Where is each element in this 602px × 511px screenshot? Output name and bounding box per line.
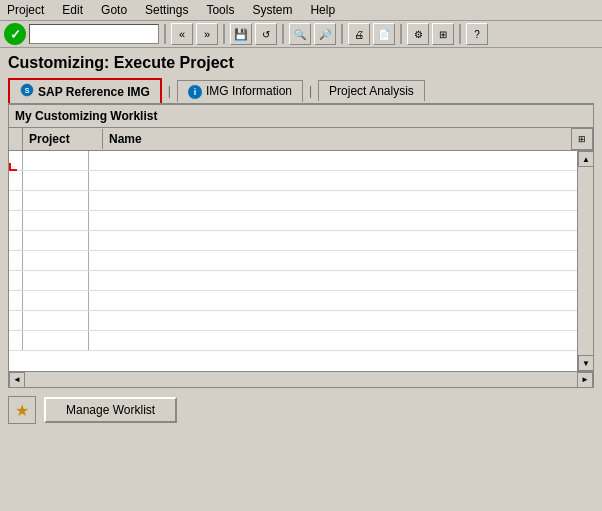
nav-back-button[interactable]: « — [171, 23, 193, 45]
menu-item-goto[interactable]: Goto — [98, 2, 130, 18]
toolbar-separator-4 — [341, 24, 343, 44]
settings-icon: ⚙ — [414, 29, 423, 40]
row-1-project-cell — [23, 151, 89, 170]
row-indicator — [9, 311, 23, 330]
table-row — [9, 231, 577, 251]
footer: ★ Manage Worklist — [0, 388, 602, 432]
tab-bar: S SAP Reference IMG | i IMG Information … — [0, 76, 602, 103]
scroll-up-button[interactable]: ▲ — [578, 151, 593, 167]
table-row — [9, 191, 577, 211]
save-button[interactable]: 💾 — [230, 23, 252, 45]
page-title-bar: Customizing: Execute Project — [0, 48, 602, 76]
help-icon: ? — [474, 29, 480, 40]
column-header-project: Project — [23, 129, 103, 149]
footer-star-button[interactable]: ★ — [8, 396, 36, 424]
row-project-cell — [23, 271, 89, 290]
row-indicator — [9, 191, 23, 210]
menu-item-system[interactable]: System — [249, 2, 295, 18]
table-row — [9, 291, 577, 311]
row-name-cell — [89, 311, 577, 330]
row-name-cell — [89, 191, 577, 210]
settings-button[interactable]: ⚙ — [407, 23, 429, 45]
page-title: Customizing: Execute Project — [8, 54, 234, 71]
tab-img-information[interactable]: i IMG Information — [177, 80, 303, 102]
tab-img-information-label: IMG Information — [206, 84, 292, 98]
menu-item-tools[interactable]: Tools — [203, 2, 237, 18]
row-indicator — [9, 331, 23, 350]
scroll-left-button[interactable]: ◄ — [9, 372, 25, 388]
svg-text:S: S — [25, 87, 30, 94]
table-row — [9, 171, 577, 191]
table-body — [9, 151, 577, 371]
table-body-container: ▲ ▼ — [9, 151, 593, 371]
row-indicator — [9, 231, 23, 250]
sap-ref-icon: S — [20, 83, 34, 100]
menu-item-settings[interactable]: Settings — [142, 2, 191, 18]
menu-item-project[interactable]: Project — [4, 2, 47, 18]
print-icon: 🖨 — [354, 29, 364, 40]
command-input[interactable] — [29, 24, 159, 44]
menu-item-edit[interactable]: Edit — [59, 2, 86, 18]
toolbar-separator-5 — [400, 24, 402, 44]
row-project-cell — [23, 211, 89, 230]
tab-separator-1: | — [162, 81, 177, 101]
row-project-cell — [23, 291, 89, 310]
row-1-name-cell — [89, 151, 577, 170]
nav-forward-button[interactable]: » — [196, 23, 218, 45]
star-icon: ★ — [15, 401, 29, 420]
tab-project-analysis[interactable]: Project Analysis — [318, 80, 425, 101]
find-button[interactable]: 🔍 — [289, 23, 311, 45]
row-name-cell — [89, 171, 577, 190]
row-name-cell — [89, 291, 577, 310]
find-next-button[interactable]: 🔎 — [314, 23, 336, 45]
row-name-cell — [89, 331, 577, 350]
table-header: Project Name ⊞ — [9, 128, 593, 151]
refresh-button[interactable]: ↺ — [255, 23, 277, 45]
menu-bar: Project Edit Goto Settings Tools System … — [0, 0, 602, 21]
row-project-cell — [23, 331, 89, 350]
table-settings-button[interactable]: ⊞ — [571, 128, 593, 150]
refresh-icon: ↺ — [262, 29, 270, 40]
toolbar: ✓ « » 💾 ↺ 🔍 🔎 🖨 📄 ⚙ ⊞ ? — [0, 21, 602, 48]
layout-icon: ⊞ — [439, 29, 447, 40]
row-project-cell — [23, 231, 89, 250]
print2-button[interactable]: 📄 — [373, 23, 395, 45]
manage-worklist-button[interactable]: Manage Worklist — [44, 397, 177, 423]
table-row — [9, 271, 577, 291]
row-indicator — [9, 271, 23, 290]
layout-button[interactable]: ⊞ — [432, 23, 454, 45]
vertical-scrollbar: ▲ ▼ — [577, 151, 593, 371]
row-indicator — [9, 291, 23, 310]
row-indicator — [9, 211, 23, 230]
scroll-track — [578, 167, 593, 355]
table-row — [9, 151, 577, 171]
save-icon: 💾 — [234, 28, 248, 41]
horizontal-scrollbar: ◄ ► — [9, 371, 593, 387]
content-area: My Customizing Worklist Project Name ⊞ — [8, 103, 594, 388]
nav-forward-icon: » — [204, 28, 210, 40]
row-name-cell — [89, 231, 577, 250]
find-icon: 🔍 — [294, 29, 306, 40]
tab-sap-reference-img[interactable]: S SAP Reference IMG — [8, 78, 162, 103]
scroll-down-button[interactable]: ▼ — [578, 355, 593, 371]
toolbar-separator-6 — [459, 24, 461, 44]
red-corner-indicator — [9, 163, 17, 171]
print-button[interactable]: 🖨 — [348, 23, 370, 45]
tab-project-analysis-label: Project Analysis — [329, 84, 414, 98]
scroll-right-button[interactable]: ► — [577, 372, 593, 388]
toolbar-separator-3 — [282, 24, 284, 44]
column-header-name: Name — [103, 129, 571, 149]
nav-back-icon: « — [179, 28, 185, 40]
menu-item-help[interactable]: Help — [307, 2, 338, 18]
tab-sap-reference-img-label: SAP Reference IMG — [38, 85, 150, 99]
ok-button[interactable]: ✓ — [4, 23, 26, 45]
row-project-cell — [23, 251, 89, 270]
row-indicator — [9, 171, 23, 190]
toolbar-separator-2 — [223, 24, 225, 44]
help-button[interactable]: ? — [466, 23, 488, 45]
row-project-cell — [23, 191, 89, 210]
tab-separator-2: | — [303, 81, 318, 101]
table-row — [9, 311, 577, 331]
info-icon: i — [188, 84, 202, 99]
row-name-cell — [89, 251, 577, 270]
